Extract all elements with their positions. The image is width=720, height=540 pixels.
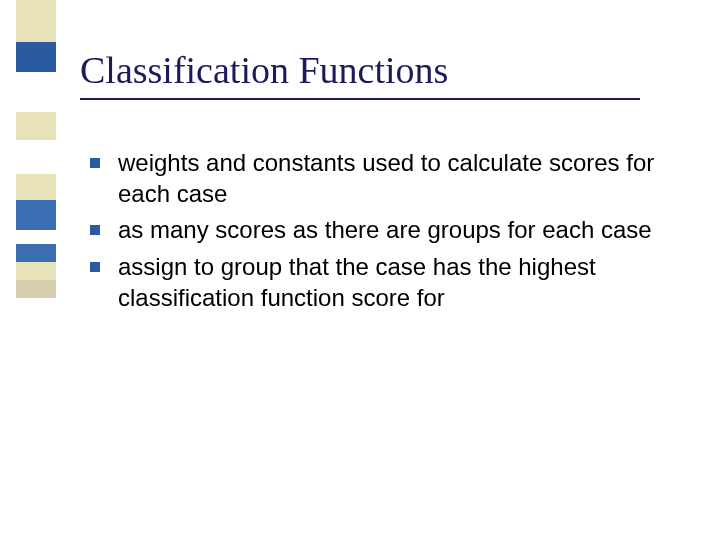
bullet-item: assign to group that the case has the hi… bbox=[118, 252, 690, 313]
sidebar-block bbox=[16, 112, 56, 140]
sidebar-block bbox=[16, 298, 56, 540]
square-bullet-icon bbox=[90, 158, 100, 168]
decorative-sidebar bbox=[16, 0, 56, 540]
sidebar-block bbox=[16, 244, 56, 262]
sidebar-block bbox=[16, 0, 56, 42]
bullet-text: weights and constants used to calculate … bbox=[118, 149, 654, 207]
slide-content: Classification Functions weights and con… bbox=[80, 48, 690, 320]
sidebar-block bbox=[16, 140, 56, 174]
bullet-text: assign to group that the case has the hi… bbox=[118, 253, 596, 311]
bullet-list: weights and constants used to calculate … bbox=[80, 148, 690, 314]
sidebar-block bbox=[16, 280, 56, 298]
sidebar-block bbox=[16, 174, 56, 200]
square-bullet-icon bbox=[90, 262, 100, 272]
bullet-item: weights and constants used to calculate … bbox=[118, 148, 690, 209]
sidebar-block bbox=[16, 262, 56, 280]
slide-title: Classification Functions bbox=[80, 48, 690, 92]
title-underline bbox=[80, 98, 640, 100]
sidebar-block bbox=[16, 200, 56, 230]
bullet-text: as many scores as there are groups for e… bbox=[118, 216, 652, 243]
bullet-item: as many scores as there are groups for e… bbox=[118, 215, 690, 246]
sidebar-block bbox=[16, 72, 56, 112]
sidebar-block bbox=[16, 42, 56, 72]
square-bullet-icon bbox=[90, 225, 100, 235]
sidebar-block bbox=[16, 230, 56, 244]
